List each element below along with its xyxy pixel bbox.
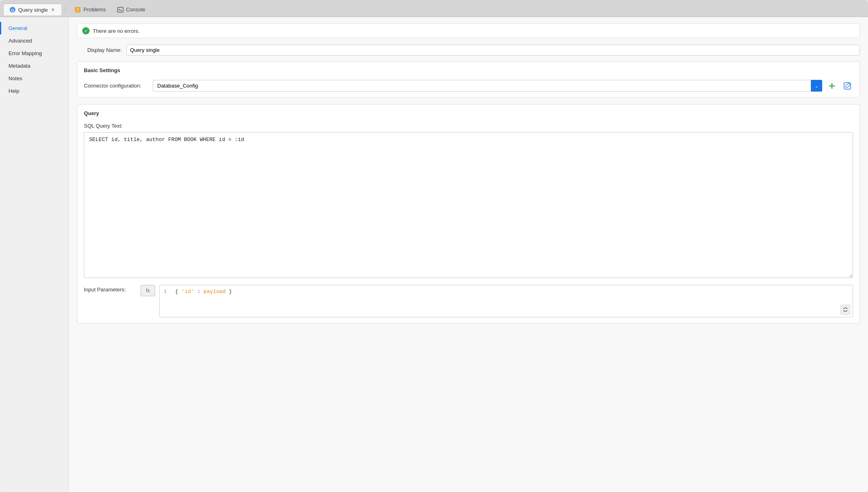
basic-settings-heading: Basic Settings [84, 67, 853, 75]
add-config-button[interactable] [826, 80, 838, 92]
edit-config-button[interactable] [842, 80, 853, 92]
connector-label: Connector configuration: [84, 83, 149, 89]
status-banner: ✓ There are no errors. [77, 24, 860, 38]
query-heading: Query [84, 110, 853, 118]
tab-query-single[interactable]: Q Query single ✕ [3, 4, 62, 15]
connector-select[interactable]: Database_Config [153, 80, 822, 92]
display-name-input[interactable] [126, 45, 860, 56]
problems-icon: ! [75, 6, 81, 13]
connector-select-wrapper: Database_Config ⌄ [153, 80, 822, 92]
sidebar: General Advanced Error Mapping Metadata … [0, 17, 69, 492]
params-editor[interactable]: 1 { 'id' : payload } [159, 285, 853, 317]
code-key: 'id' [182, 289, 194, 295]
sidebar-item-help[interactable]: Help [0, 85, 68, 97]
tab-separator [65, 6, 66, 14]
svg-text:Q: Q [11, 8, 14, 12]
sidebar-item-advanced[interactable]: Advanced [0, 34, 68, 47]
input-params-row: Input Parameters: fx 1 { 'id' : payload [84, 285, 853, 317]
sidebar-item-general[interactable]: General [0, 22, 68, 34]
params-expand-button[interactable] [840, 305, 850, 314]
line-number: 1 [164, 289, 170, 295]
sidebar-item-notes[interactable]: Notes [0, 72, 68, 85]
tab-problems[interactable]: ! Problems [69, 4, 111, 15]
sql-query-editor[interactable]: SELECT id, title, author FROM BOOK WHERE… [84, 132, 853, 278]
svg-rect-8 [844, 83, 851, 89]
display-name-row: Display Name: [77, 45, 860, 56]
db-icon: Q [9, 6, 16, 13]
display-name-label: Display Name: [77, 47, 122, 53]
query-section: Query SQL Query Text: SELECT id, title, … [77, 104, 860, 323]
sql-query-label: SQL Query Text: [84, 123, 853, 129]
input-params-label: Input Parameters: [84, 285, 137, 293]
status-text: There are no errors. [93, 28, 140, 34]
sidebar-item-metadata[interactable]: Metadata [0, 60, 68, 72]
tab-console-label: Console [126, 6, 145, 13]
tab-query-single-label: Query single [18, 7, 48, 13]
main-content: General Advanced Error Mapping Metadata … [0, 17, 868, 492]
code-content: { 'id' : payload } [175, 289, 849, 295]
tab-close-button[interactable]: ✕ [50, 7, 56, 13]
connector-row: Connector configuration: Database_Config… [84, 80, 853, 92]
tab-bar: Q Query single ✕ ! Problems [0, 0, 868, 17]
tab-problems-label: Problems [83, 6, 106, 13]
params-editor-content: 1 { 'id' : payload } [160, 285, 853, 298]
sidebar-item-error-mapping[interactable]: Error Mapping [0, 47, 68, 60]
content-area: ✓ There are no errors. Display Name: Bas… [69, 17, 868, 492]
code-colon: : [197, 289, 204, 295]
app-window: Q Query single ✕ ! Problems [0, 0, 868, 492]
basic-settings-section: Basic Settings Connector configuration: … [77, 61, 860, 98]
fx-button[interactable]: fx [141, 285, 155, 296]
success-icon: ✓ [82, 27, 90, 34]
code-value: payload [203, 289, 226, 295]
code-brace-open: { [175, 289, 178, 295]
code-brace-close: } [229, 289, 232, 295]
svg-text:!: ! [77, 8, 78, 12]
console-icon [117, 6, 124, 13]
tab-console[interactable]: Console [111, 4, 151, 15]
